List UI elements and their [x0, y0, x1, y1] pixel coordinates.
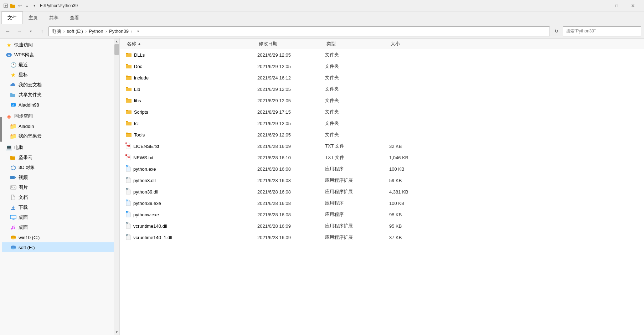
- file-date: 2021/6/28 16:10: [257, 155, 325, 160]
- svg-text:dll: dll: [126, 234, 128, 236]
- table-row[interactable]: TXTW LICENSE.txt 2021/6/28 16:09 TXT 文件 …: [120, 140, 644, 152]
- video-icon: [10, 174, 16, 181]
- title-bar-system-icons: ↩ ≡ ▾: [3, 3, 37, 9]
- refresh-button[interactable]: ↻: [551, 26, 561, 36]
- table-row[interactable]: TXTW NEWS.txt 2021/6/28 16:10 TXT 文件 1,0…: [120, 152, 644, 163]
- sidebar-item-label-images: 图片: [19, 184, 111, 191]
- table-row[interactable]: py python.exe 2021/6/28 16:08 应用程序 100 K…: [120, 163, 644, 175]
- up-button[interactable]: ↑: [37, 26, 47, 36]
- file-name: python39.dll: [133, 189, 158, 195]
- sidebar-item-jianguoyun-drive[interactable]: 坚果云: [0, 153, 114, 163]
- table-row[interactable]: Doc 2021/6/29 12:05 文件夹: [120, 61, 644, 72]
- sidebar-item-aladdin98[interactable]: A Aladdin98: [0, 100, 114, 110]
- sidebar-item-drive-c[interactable]: win10 (C:): [0, 232, 114, 242]
- breadcrumb-python39[interactable]: Python39: [109, 29, 129, 34]
- table-row[interactable]: dll python39.dll 2021/6/28 16:08 应用程序扩展 …: [120, 186, 644, 197]
- sidebar-item-label-computer: 电脑: [14, 144, 111, 151]
- file-size: 37 KB: [389, 235, 432, 240]
- sidebar-item-cloud-doc[interactable]: 我的云文档: [0, 80, 114, 90]
- table-row[interactable]: Tools 2021/6/29 12:05 文件夹: [120, 129, 644, 140]
- sidebar-item-images[interactable]: 图片: [0, 182, 114, 192]
- file-name: Lib: [134, 87, 140, 92]
- file-type: 应用程序: [325, 200, 389, 206]
- file-size: 98 KB: [389, 212, 432, 217]
- table-row[interactable]: include 2021/9/24 16:12 文件夹: [120, 72, 644, 83]
- sidebar-item-label-video: 视频: [19, 174, 111, 181]
- table-row[interactable]: tcl 2021/6/29 12:05 文件夹: [120, 118, 644, 129]
- sidebar-item-label-share-folder: 共享文件夹: [19, 92, 111, 98]
- search-placeholder: 搜索"Python39": [566, 28, 596, 34]
- breadcrumb-soft[interactable]: soft (E:): [67, 29, 83, 34]
- sidebar-item-quick-access[interactable]: ★ 快速访问: [0, 40, 114, 50]
- sidebar-item-desktop-1[interactable]: 桌面: [0, 212, 114, 222]
- tab-file[interactable]: 文件: [1, 11, 23, 24]
- table-row[interactable]: DLLs 2021/6/29 12:05 文件夹: [120, 49, 644, 61]
- tab-share[interactable]: 共享: [43, 11, 64, 24]
- sidebar-item-documents[interactable]: 文档: [0, 192, 114, 202]
- downloads-icon: [10, 204, 16, 211]
- sidebar-item-downloads[interactable]: 下载: [0, 202, 114, 212]
- col-header-size[interactable]: 大小: [389, 38, 432, 49]
- breadcrumb-python[interactable]: Python: [89, 29, 103, 34]
- sidebar-item-jianguoyun[interactable]: 📁 我的坚果云: [0, 131, 114, 141]
- content-scrollbar-track: ▲ ▼: [114, 38, 120, 335]
- table-row[interactable]: Lib 2021/6/29 12:05 文件夹: [120, 83, 644, 95]
- back-button[interactable]: ←: [3, 26, 13, 36]
- file-type: 应用程序: [325, 211, 389, 218]
- quick-access-dropdown[interactable]: ▾: [31, 3, 37, 9]
- file-icon: [125, 97, 132, 104]
- table-row[interactable]: libs 2021/6/29 12:05 文件夹: [120, 95, 644, 106]
- address-input[interactable]: 电脑 › soft (E:) › Python › Python39 › ▾: [48, 26, 550, 36]
- table-row[interactable]: py pythonw.exe 2021/6/28 16:08 应用程序 98 K…: [120, 209, 644, 220]
- table-row[interactable]: dll python3.dll 2021/6/28 16:08 应用程序扩展 5…: [120, 175, 644, 186]
- col-header-date[interactable]: 修改日期: [257, 38, 325, 49]
- sidebar-item-3d-objects[interactable]: 3D 对象: [0, 163, 114, 172]
- drive-c-icon: [10, 234, 16, 241]
- file-name: python39.exe: [133, 201, 161, 206]
- sidebar-item-share-folder[interactable]: 共享文件夹: [0, 90, 114, 100]
- scrollbar-thumb[interactable]: [114, 44, 119, 55]
- scrollbar-arrow-down[interactable]: ▼: [114, 329, 120, 335]
- quick-access-properties[interactable]: ≡: [24, 3, 30, 9]
- forward-button[interactable]: →: [14, 26, 24, 36]
- file-icon: [125, 120, 132, 127]
- sidebar-item-wps[interactable]: W WPS网盘: [0, 50, 114, 60]
- maximize-button[interactable]: □: [608, 0, 625, 11]
- breadcrumb-computer[interactable]: 电脑: [52, 28, 61, 35]
- svg-text:W: W: [8, 54, 10, 56]
- search-input[interactable]: 搜索"Python39": [563, 26, 641, 36]
- file-icon: [125, 132, 132, 138]
- col-header-name[interactable]: 名称 ▲: [125, 38, 257, 49]
- close-button[interactable]: ✕: [625, 0, 641, 11]
- sidebar-item-recent[interactable]: 🕐 最近: [0, 60, 114, 70]
- file-date: 2021/6/29 12:05: [257, 87, 325, 92]
- sidebar-item-aladdin-sync[interactable]: 📁 Aladdin: [0, 121, 114, 131]
- sidebar-item-label-3d-objects: 3D 对象: [19, 164, 111, 171]
- sidebar-item-starred[interactable]: ★ 星标: [0, 70, 114, 80]
- table-row[interactable]: Scripts 2021/8/29 17:15 文件夹: [120, 106, 644, 118]
- sidebar-item-drive-e[interactable]: soft (E:): [0, 242, 114, 252]
- minimize-button[interactable]: ─: [592, 0, 608, 11]
- quick-access-new[interactable]: [3, 3, 9, 9]
- tab-home[interactable]: 主页: [23, 11, 43, 24]
- sidebar-item-computer[interactable]: 💻 电脑: [0, 143, 114, 153]
- sidebar-item-desktop-2[interactable]: 桌面: [0, 222, 114, 232]
- col-header-type[interactable]: 类型: [325, 38, 389, 49]
- scrollbar-thumb-area: [114, 44, 119, 329]
- dropdown-recent-button[interactable]: ▾: [26, 26, 36, 36]
- starred-icon: ★: [10, 72, 16, 78]
- table-row[interactable]: dll vcruntime140.dll 2021/6/28 16:09 应用程…: [120, 220, 644, 232]
- table-row[interactable]: py python39.exe 2021/6/28 16:08 应用程序 100…: [120, 197, 644, 209]
- sidebar-item-sync[interactable]: ◈ 同步空间: [0, 111, 114, 121]
- table-row[interactable]: dll vcruntime140_1.dll 2021/6/28 16:09 应…: [120, 232, 644, 243]
- address-dropdown-button[interactable]: ▾: [134, 26, 141, 36]
- quick-access-undo[interactable]: ↩: [17, 3, 23, 9]
- tab-view[interactable]: 查看: [64, 11, 85, 24]
- sidebar-item-label-starred: 星标: [19, 72, 111, 78]
- quick-access-folder[interactable]: [10, 3, 16, 9]
- svg-marker-7: [11, 166, 15, 170]
- sidebar-item-video[interactable]: 视频: [0, 172, 114, 182]
- file-date: 2021/6/29 12:05: [257, 121, 325, 126]
- file-icon: [125, 109, 132, 115]
- scrollbar-arrow-up[interactable]: ▲: [114, 38, 120, 44]
